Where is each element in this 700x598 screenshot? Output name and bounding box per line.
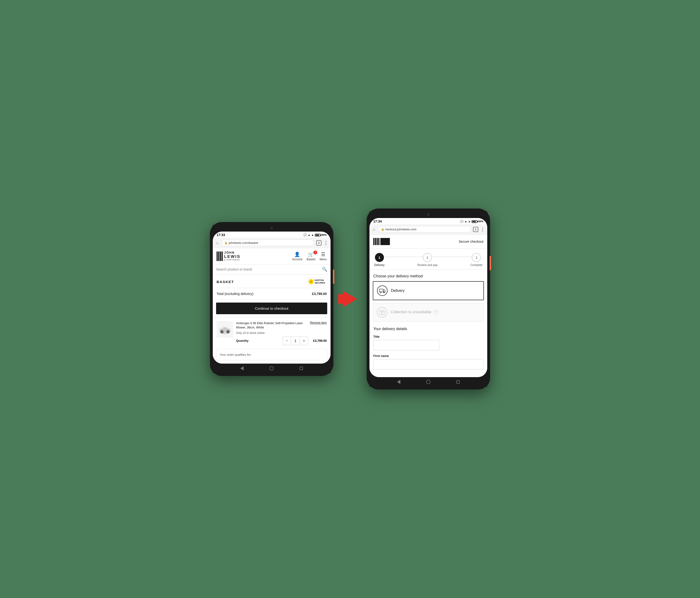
search-input[interactable] [216, 268, 320, 271]
camera [427, 213, 429, 216]
step-2-label: Review and pay [417, 264, 438, 267]
product-image [217, 321, 233, 338]
recents-button[interactable] [456, 379, 460, 384]
camera [271, 227, 273, 229]
arrow-indicator [343, 291, 357, 307]
status-bar: 17:33 💬 ▲ ▲ 84% [213, 231, 330, 238]
home-button[interactable] [269, 366, 274, 371]
quantity-controls: − 1 + [282, 337, 308, 345]
quantity-label: Quantity [236, 339, 249, 343]
svg-point-4 [221, 331, 223, 332]
page-content: JÖHN LEWIS & PARTNERS 👤 Account 🛒 1 [213, 248, 330, 363]
browser-bar[interactable]: ⌂ 🔒 heckout.johnlewis.com 5 ⋮ [370, 224, 487, 235]
more-menu-icon[interactable]: ⋮ [323, 240, 328, 246]
phone-bottom-nav [370, 377, 487, 387]
phone-basket: 17:33 💬 ▲ ▲ 84% ⌂ 🔒 [210, 222, 333, 376]
menu-icon: ☰ [321, 251, 325, 257]
logo-partners: & PARTNERS [224, 259, 241, 261]
account-label: Account [292, 258, 302, 261]
remove-item-link[interactable]: Remove item [310, 321, 327, 324]
url-bar[interactable]: 🔒 johnlewis.com/basket [221, 240, 315, 246]
home-icon[interactable]: ⌂ [215, 241, 219, 245]
basket-title-row: BASKET ✓ NORTON SECURED [213, 275, 330, 288]
url-bar[interactable]: 🔒 heckout.johnlewis.com [378, 226, 471, 232]
home-button[interactable] [426, 379, 431, 384]
basket-icon: 🛒 [308, 251, 314, 257]
product-stock: Only 10 in stock online [236, 331, 327, 334]
status-time: 17:34 [373, 220, 382, 223]
svg-rect-13 [380, 312, 384, 315]
checkout-button[interactable]: Continue to checkout [216, 303, 327, 314]
phone-screen: 17:34 💬 ▲ ▲ 84% ⌂ 🔒 [370, 218, 487, 377]
collection-store-icon [377, 307, 387, 318]
progress-steps: 1 Delivery 2 Review and pay 3 Complete [370, 249, 487, 270]
svg-point-5 [227, 331, 229, 332]
firstname-input[interactable] [373, 359, 483, 370]
svg-rect-14 [381, 313, 383, 315]
product-item: Ambrogio 4.36 Elite Robotic Self-Propell… [213, 317, 330, 349]
more-menu-icon[interactable]: ⋮ [480, 227, 485, 232]
step-delivery: 1 Delivery [374, 253, 384, 267]
lock-icon: 🔒 [224, 241, 228, 244]
title-label: Title [373, 335, 483, 339]
delivery-option-label: Delivery [391, 289, 405, 293]
svg-line-9 [229, 329, 230, 330]
menu-nav-item[interactable]: ☰ Menu [320, 251, 327, 261]
step-2-circle: 2 [423, 253, 432, 262]
phone-notch-area [213, 225, 330, 231]
search-icon: 🔍 [322, 267, 327, 272]
collection-option-label: Collection is unavailable ? [391, 310, 439, 315]
side-button [490, 256, 491, 270]
logo-lewis: LEWIS [224, 255, 241, 259]
step-3-circle: 3 [472, 253, 481, 262]
increase-qty-button[interactable]: + [300, 337, 308, 345]
delivery-truck-icon [377, 285, 388, 296]
status-bar: 17:34 💬 ▲ ▲ 84% [370, 218, 487, 224]
home-icon[interactable]: ⌂ [372, 227, 376, 231]
title-input[interactable] [373, 340, 439, 350]
order-banner-text: Your order qualifies for: [220, 353, 251, 356]
notch [257, 225, 286, 230]
secure-checkout-label: Secure checkout [459, 240, 483, 244]
browser-bar[interactable]: ⌂ 🔒 johnlewis.com/basket 5 ⋮ [213, 238, 330, 248]
delivery-option[interactable]: Delivery [373, 281, 484, 300]
back-button[interactable] [240, 366, 244, 371]
status-icons: 💬 ▲ ▲ 84% [460, 220, 483, 223]
tab-count[interactable]: 5 [316, 240, 322, 246]
checkout-logo [373, 238, 390, 245]
url-text: heckout.johnlewis.com [385, 227, 417, 231]
logo-bars [217, 251, 223, 261]
jl-nav: 👤 Account 🛒 1 Basket ☰ Menu [292, 251, 327, 261]
step-complete: 3 Complete [470, 253, 482, 267]
step-1-label: Delivery [374, 264, 384, 267]
decrease-qty-button[interactable]: − [282, 337, 291, 345]
search-bar[interactable]: 🔍 [213, 264, 330, 275]
url-text: johnlewis.com/basket [229, 241, 258, 245]
battery-percent: 84% [322, 233, 327, 236]
qty-value: 1 [291, 337, 300, 345]
total-label: Total (excluding delivery): [217, 292, 254, 296]
jl-logo: JÖHN LEWIS & PARTNERS [217, 251, 241, 261]
step-1-circle: 1 [375, 253, 384, 262]
svg-point-7 [224, 328, 225, 329]
signal-icon: ▲ [465, 220, 467, 223]
delivery-method-section: Choose your delivery method Delivery [370, 270, 487, 322]
tab-count[interactable]: 5 [473, 227, 478, 232]
delivery-details-title: Your delivery details [373, 327, 483, 331]
basket-nav-item[interactable]: 🛒 1 Basket [306, 251, 315, 261]
basket-badge: 1 [314, 251, 317, 254]
recents-button[interactable] [299, 366, 304, 371]
checkout-header: Secure checkout [370, 235, 487, 249]
whatsapp-icon: 💬 [460, 220, 464, 223]
right-arrow-icon [343, 291, 357, 307]
logo-text: JÖHN LEWIS & PARTNERS [224, 251, 241, 261]
basket-title: BASKET [217, 280, 234, 284]
back-button[interactable] [396, 379, 401, 384]
help-icon: ? [434, 310, 439, 315]
product-details: Ambrogio 4.36 Elite Robotic Self-Propell… [236, 321, 327, 345]
account-nav-item[interactable]: 👤 Account [292, 251, 302, 261]
total-amount: £3,799.00 [312, 292, 327, 296]
collection-option: Collection is unavailable ? [373, 303, 484, 322]
phone-bottom-nav [213, 364, 330, 373]
checkout-page-content: Secure checkout 1 Delivery 2 Review and … [370, 235, 487, 377]
